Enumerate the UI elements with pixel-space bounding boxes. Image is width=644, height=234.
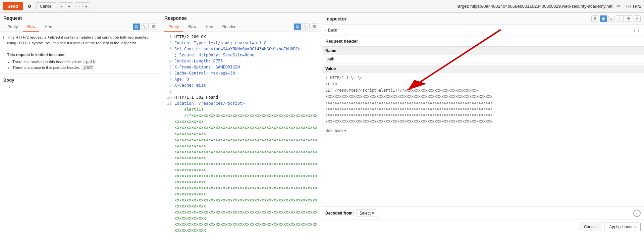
request-tab-row: Pretty Raw Hex ▤ \n ☰ [3,23,157,32]
see-more-link[interactable]: See more ▾ [322,126,644,135]
warning-icon: ℹ [3,35,4,71]
tab-request-hex[interactable]: Hex [41,23,56,32]
response-line: 9 [164,88,318,94]
request-warning: ℹ This HTTP/2 request is kettled it cont… [0,32,161,74]
inspector-icon-list[interactable]: ≡ [608,16,614,22]
response-line: //*xxxxxxxxxxxxxxxxxxxxxxxxxxxxxxxxxxxxx… [164,112,318,125]
response-line: xxxxxxxxxxxxxxxxxxxxxxxxxxxxxxxxxxxxxxxx… [164,173,318,185]
inspector-next-arrow[interactable]: › [636,27,641,34]
see-more-chevron-icon: ▾ [344,128,346,133]
response-line: xxxxxxxxxxxxxxxxxxxxxxxxxxxxxxxxxxxxxxxx… [164,185,318,197]
response-content: 1HTTP/2 200 OK2Content-Type: text/html; … [161,32,322,234]
body-content: 1 [3,84,157,104]
response-line: 7Age: 0 [164,76,318,82]
tab-response-hex[interactable]: Hex [202,23,217,32]
body-line-1: 1 [3,84,157,89]
header-value-row: / HTTP/1.1 \r \n \r \n GET /resources/<s… [322,73,644,126]
inspector-icons: ⊞ ▣ ≡ ⋮ ⚙ ✕ [591,15,641,22]
response-icon-wrap[interactable]: \n [303,24,310,30]
inspector-nav-arrows: ‹ › [632,27,641,34]
response-line: 6Cache-Control: max-age=30 [164,70,318,76]
nav-next-button[interactable]: › [75,3,83,10]
request-tab-icons: ▤ \n ☰ [133,24,157,31]
select-chevron-icon: ▾ [372,211,374,216]
inspector-icon-single[interactable]: ▣ [600,15,607,22]
tab-response-render[interactable]: Render [218,23,239,32]
response-tab-row: Pretty Raw Hex Render ▤ \n ☰ [164,23,318,32]
back-button[interactable]: ‹ Back [325,28,337,33]
inspector-icon-split[interactable]: ⊞ [591,15,598,22]
apply-changes-button[interactable]: Apply changes [604,223,641,231]
nav-next-group: › ▾ [75,2,90,10]
main-layout: Request Pretty Raw Hex ▤ \n ☰ ℹ This HTT… [0,13,644,234]
response-line: xxxxxxxxxxxxxxxxxxxxxxxxxxxxxxxxxxxxxxxx… [164,161,318,173]
send-button[interactable]: Send [3,2,23,10]
http-version: HTTP/2 [626,4,641,9]
target-prefix: Target: [456,4,469,9]
header-value-cell: / HTTP/1.1 \r \n \r \n GET /resources/<s… [322,73,644,126]
inspector-icon-close[interactable]: ✕ [634,15,641,22]
decoded-add-button[interactable]: + [633,209,641,217]
inspector-section-label: Request header [322,36,644,47]
inspector-header: Inspector ⊞ ▣ ≡ ⋮ ⚙ ✕ [322,13,644,25]
request-icon-doc[interactable]: ▤ [133,24,140,30]
nav-next-down-button[interactable]: ▾ [83,3,90,10]
response-line: 8X-Cache: miss [164,82,318,88]
target-url: https://0a44002404b658ed80116234006c0029… [470,4,612,9]
response-line: 5X-Frame-Options: SAMEORIGIN [164,64,318,70]
tab-response-pretty[interactable]: Pretty [164,23,183,32]
request-panel-header: Request Pretty Raw Hex ▤ \n ☰ [0,13,161,32]
request-panel: Request Pretty Raw Hex ▤ \n ☰ ℹ This HTT… [0,13,161,234]
inspector-actions: Cancel Apply changes [322,220,644,234]
inspector-cancel-button[interactable]: Cancel [579,223,601,231]
tab-request-pretty[interactable]: Pretty [3,23,22,32]
edit-icon[interactable]: ✏ [616,3,621,9]
response-panel: Response Pretty Raw Hex Render ▤ \n ☰ 1H… [161,13,322,234]
toolbar: Send ⚙ Cancel ‹ ▾ › ▾ Target: https://0a… [0,0,644,13]
tab-request-raw[interactable]: Raw [23,23,39,32]
response-line: 11Location: /resources/<script> [164,100,318,106]
request-icon-menu[interactable]: ☰ [150,24,157,30]
response-line: xxxxxxxxxxxxxxxxxxxxxxxxxxxxxxxxxxxxxxxx… [164,125,318,137]
inspector-icon-options[interactable]: ⋮ [616,15,624,22]
decoded-from-label: Decoded from: [325,211,354,216]
response-line: xxxxxxxxxxxxxxxxxxxxxxxxxxxxxxxxxxxxxxxx… [164,149,318,161]
warning-text: This HTTP/2 request is kettled it contai… [7,35,158,71]
inspector-panel: Inspector ⊞ ▣ ≡ ⋮ ⚙ ✕ ‹ Back ‹ › Request… [322,13,644,234]
inspector-title: Inspector [325,16,346,21]
back-chevron-icon: ‹ [325,28,327,33]
nav-prev-down-button[interactable]: ▾ [65,3,73,10]
inspector-content: Name :path Value [322,47,644,206]
nav-prev-button[interactable]: ‹ [58,3,65,10]
response-line: xxxxxxxxxxxxxxxxxxxxxxxxxxxxxxxxxxxxxxxx… [164,197,318,209]
gear-button[interactable]: ⚙ [25,2,34,10]
body-label: Body [3,76,157,84]
response-icon-doc[interactable]: ▤ [294,24,301,30]
response-icon-menu[interactable]: ☰ [311,24,318,30]
inspector-value-table: Value / HTTP/1.1 \r \n \r \n GET /resour… [322,65,644,126]
header-name-value: :path [322,55,644,63]
response-tab-icons: ▤ \n ☰ [294,24,318,31]
inspector-prev-arrow[interactable]: ‹ [632,27,637,34]
inspector-table: Name :path [322,47,644,63]
request-panel-title: Request [3,15,157,23]
decoded-row: Decoded from: Select ▾ + [322,206,644,220]
response-line: alert(1) [164,106,318,112]
request-icon-wrap[interactable]: \n [142,24,149,30]
inspector-icon-settings[interactable]: ⚙ [625,15,632,22]
header-name-row: :path [322,55,644,63]
response-line: 3Set-Cookie: session=94aXBNNo0ym9Gl434MG… [164,46,318,52]
nav-prev-group: ‹ ▾ [58,2,73,10]
response-panel-title: Response [164,15,318,23]
response-panel-header: Response Pretty Raw Hex Render ▤ \n ☰ [161,13,322,32]
inspector-nav: ‹ Back ‹ › [322,25,644,36]
tab-response-raw[interactable]: Raw [184,23,200,32]
value-col-header: Value [322,65,644,73]
decoded-select-dropdown[interactable]: Select ▾ [357,209,377,217]
response-line: 10HTTP/1.1 302 Found [164,94,318,100]
cancel-button[interactable]: Cancel [36,2,56,10]
response-line: xxxxxxxxxxxxxxxxxxxxxxxxxxxxxxxxxxxxxxxx… [164,137,318,149]
response-line: xxxxxxxxxxxxxxxxxxxxxxxxxxxxxxxxxxxxxxxx… [164,209,318,221]
back-label: Back [328,28,337,33]
response-line: 4Content-Length: 8755 [164,58,318,64]
